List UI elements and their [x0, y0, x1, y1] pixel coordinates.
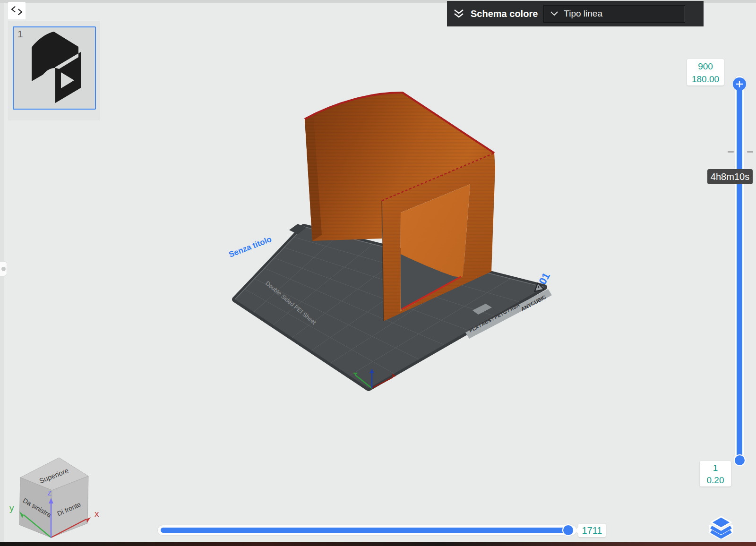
layer-slider-top-handle[interactable] [733, 77, 746, 91]
view-cube[interactable]: Superiore Da sinistra Di fronte y x z [9, 458, 99, 537]
layer-slider-bottom-handle[interactable] [734, 454, 746, 466]
double-chevron-down-icon[interactable] [453, 8, 465, 19]
collapse-panel-button[interactable] [8, 2, 26, 19]
chevron-down-icon [550, 10, 559, 17]
expand-panel-tab[interactable] [0, 261, 7, 276]
move-slider-tooltip: 1711 [578, 524, 606, 537]
object-list-panel: 1 [8, 21, 100, 120]
drag-dot-icon [1, 267, 6, 271]
bottom-bar [0, 542, 756, 546]
object-silhouette [14, 27, 95, 109]
color-scheme-label: Schema colore [471, 9, 538, 19]
slicer-preview-window: PLA / ABS / PETG / ASA ANYCUBIC Double S… [0, 0, 756, 546]
line-type-dropdown[interactable]: Tipo linea [543, 5, 685, 23]
layer-slider-tick-right[interactable] [747, 151, 753, 153]
move-slider-handle[interactable] [562, 524, 574, 536]
plate-name-label[interactable]: Senza titolo [228, 235, 273, 259]
bottom-layer-value: 1 [700, 462, 731, 474]
viewport-3d[interactable]: PLA / ABS / PETG / ASA ANYCUBIC Double S… [0, 0, 756, 546]
top-layer-value: 900 [687, 60, 724, 73]
layer-slider-fill [737, 83, 742, 461]
line-type-value: Tipo linea [564, 9, 602, 19]
layer-slider-tick-left[interactable] [728, 151, 734, 153]
move-slider-fill [161, 528, 570, 533]
bottom-height-value: 0.20 [700, 474, 731, 486]
axis-z-label: z [47, 487, 52, 497]
color-scheme-toolbar: Schema colore Tipo linea [447, 1, 704, 26]
axis-x-label: x [94, 509, 99, 519]
plus-icon [733, 77, 746, 91]
layer-slider-top-tooltip: 900 180.00 [687, 59, 724, 85]
print-time-tooltip: 4h8m10s [707, 169, 753, 184]
object-thumbnail[interactable]: 1 [13, 26, 96, 110]
code-chevrons-icon [10, 4, 24, 17]
layers-button[interactable] [709, 515, 733, 539]
top-height-value: 180.00 [687, 73, 724, 85]
layers-icon [709, 515, 733, 539]
layer-slider-bottom-tooltip: 1 0.20 [700, 461, 731, 486]
axis-y-label: y [9, 503, 14, 513]
